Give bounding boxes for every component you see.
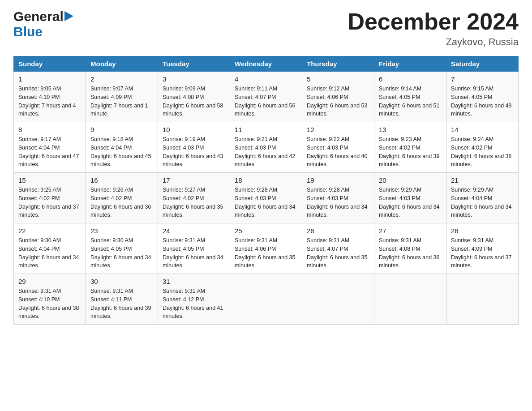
day-info: Sunrise: 9:12 AMSunset: 4:06 PMDaylight:… <box>307 86 368 117</box>
calendar-cell: 9 Sunrise: 9:18 AMSunset: 4:04 PMDayligh… <box>86 122 158 173</box>
day-number: 15 <box>18 176 81 184</box>
day-info: Sunrise: 9:31 AMSunset: 4:07 PMDaylight:… <box>307 237 368 269</box>
day-number: 29 <box>18 278 81 285</box>
day-info: Sunrise: 9:28 AMSunset: 4:03 PMDaylight:… <box>235 187 296 218</box>
calendar-cell: 13 Sunrise: 9:23 AMSunset: 4:02 PMDaylig… <box>374 122 446 173</box>
day-info: Sunrise: 9:31 AMSunset: 4:09 PMDaylight:… <box>451 237 512 269</box>
calendar-cell: 18 Sunrise: 9:28 AMSunset: 4:03 PMDaylig… <box>230 173 302 223</box>
calendar-week-row: 15 Sunrise: 9:25 AMSunset: 4:02 PMDaylig… <box>14 173 519 223</box>
calendar-week-row: 1 Sunrise: 9:05 AMSunset: 4:10 PMDayligh… <box>14 72 519 122</box>
day-number: 13 <box>379 126 442 133</box>
calendar-cell: 21 Sunrise: 9:29 AMSunset: 4:04 PMDaylig… <box>446 173 519 223</box>
day-number: 11 <box>235 126 297 133</box>
day-number: 18 <box>235 176 297 184</box>
calendar-week-row: 22 Sunrise: 9:30 AMSunset: 4:04 PMDaylig… <box>14 223 519 274</box>
day-number: 16 <box>90 176 153 184</box>
day-info: Sunrise: 9:23 AMSunset: 4:02 PMDaylight:… <box>379 136 440 167</box>
day-header-saturday: Saturday <box>446 56 519 72</box>
calendar-week-row: 29 Sunrise: 9:31 AMSunset: 4:10 PMDaylig… <box>14 274 519 325</box>
day-header-sunday: Sunday <box>14 56 86 72</box>
calendar-cell: 29 Sunrise: 9:31 AMSunset: 4:10 PMDaylig… <box>14 274 86 325</box>
calendar-cell: 2 Sunrise: 9:07 AMSunset: 4:09 PMDayligh… <box>86 72 158 122</box>
day-info: Sunrise: 9:26 AMSunset: 4:02 PMDaylight:… <box>90 187 151 218</box>
day-number: 3 <box>163 75 225 83</box>
calendar-cell: 1 Sunrise: 9:05 AMSunset: 4:10 PMDayligh… <box>14 72 86 122</box>
day-number: 17 <box>163 176 225 184</box>
day-header-monday: Monday <box>86 56 158 72</box>
day-header-thursday: Thursday <box>302 56 374 72</box>
day-number: 27 <box>379 227 442 235</box>
day-info: Sunrise: 9:19 AMSunset: 4:03 PMDaylight:… <box>163 136 223 167</box>
day-number: 21 <box>451 176 514 184</box>
day-info: Sunrise: 9:22 AMSunset: 4:03 PMDaylight:… <box>307 136 368 167</box>
day-number: 28 <box>451 227 514 235</box>
logo: General Blue <box>13 9 73 39</box>
day-info: Sunrise: 9:15 AMSunset: 4:05 PMDaylight:… <box>451 86 512 117</box>
day-number: 9 <box>90 126 153 133</box>
day-info: Sunrise: 9:11 AMSunset: 4:07 PMDaylight:… <box>235 86 296 117</box>
calendar-cell: 8 Sunrise: 9:17 AMSunset: 4:04 PMDayligh… <box>14 122 86 173</box>
calendar-cell: 20 Sunrise: 9:29 AMSunset: 4:03 PMDaylig… <box>374 173 446 223</box>
logo-blue-text: Blue <box>13 24 43 39</box>
calendar-cell: 28 Sunrise: 9:31 AMSunset: 4:09 PMDaylig… <box>446 223 519 274</box>
calendar-cell: 15 Sunrise: 9:25 AMSunset: 4:02 PMDaylig… <box>14 173 86 223</box>
calendar-cell: 31 Sunrise: 9:31 AMSunset: 4:12 PMDaylig… <box>158 274 230 325</box>
day-number: 6 <box>379 75 442 83</box>
svg-marker-0 <box>64 11 73 21</box>
calendar-cell: 23 Sunrise: 9:30 AMSunset: 4:05 PMDaylig… <box>86 223 158 274</box>
calendar-cell: 10 Sunrise: 9:19 AMSunset: 4:03 PMDaylig… <box>158 122 230 173</box>
day-number: 30 <box>90 278 153 285</box>
calendar-table: SundayMondayTuesdayWednesdayThursdayFrid… <box>13 56 519 325</box>
day-info: Sunrise: 9:24 AMSunset: 4:02 PMDaylight:… <box>451 136 512 167</box>
day-number: 12 <box>307 126 369 133</box>
day-number: 25 <box>235 227 297 235</box>
day-info: Sunrise: 9:31 AMSunset: 4:12 PMDaylight:… <box>163 288 223 319</box>
day-info: Sunrise: 9:31 AMSunset: 4:10 PMDaylight:… <box>18 288 79 319</box>
calendar-cell: 5 Sunrise: 9:12 AMSunset: 4:06 PMDayligh… <box>302 72 374 122</box>
calendar-cell: 12 Sunrise: 9:22 AMSunset: 4:03 PMDaylig… <box>302 122 374 173</box>
day-header-tuesday: Tuesday <box>158 56 230 72</box>
day-info: Sunrise: 9:05 AMSunset: 4:10 PMDaylight:… <box>18 86 76 117</box>
day-number: 2 <box>90 75 153 83</box>
calendar-cell: 30 Sunrise: 9:31 AMSunset: 4:11 PMDaylig… <box>86 274 158 325</box>
calendar-cell: 27 Sunrise: 9:31 AMSunset: 4:08 PMDaylig… <box>374 223 446 274</box>
day-info: Sunrise: 9:25 AMSunset: 4:02 PMDaylight:… <box>18 187 79 218</box>
calendar-cell: 26 Sunrise: 9:31 AMSunset: 4:07 PMDaylig… <box>302 223 374 274</box>
calendar-header-row: SundayMondayTuesdayWednesdayThursdayFrid… <box>14 56 519 72</box>
day-info: Sunrise: 9:17 AMSunset: 4:04 PMDaylight:… <box>18 136 79 167</box>
day-info: Sunrise: 9:28 AMSunset: 4:03 PMDaylight:… <box>307 187 368 218</box>
day-info: Sunrise: 9:14 AMSunset: 4:05 PMDaylight:… <box>379 86 440 117</box>
day-info: Sunrise: 9:31 AMSunset: 4:05 PMDaylight:… <box>163 237 223 269</box>
month-title: December 2024 <box>348 9 519 34</box>
day-number: 24 <box>163 227 225 235</box>
calendar-cell: 24 Sunrise: 9:31 AMSunset: 4:05 PMDaylig… <box>158 223 230 274</box>
calendar-cell: 17 Sunrise: 9:27 AMSunset: 4:02 PMDaylig… <box>158 173 230 223</box>
logo-arrow-icon <box>64 11 73 23</box>
calendar-cell: 25 Sunrise: 9:31 AMSunset: 4:06 PMDaylig… <box>230 223 302 274</box>
calendar-cell: 14 Sunrise: 9:24 AMSunset: 4:02 PMDaylig… <box>446 122 519 173</box>
calendar-cell <box>446 274 519 325</box>
calendar-cell: 3 Sunrise: 9:09 AMSunset: 4:08 PMDayligh… <box>158 72 230 122</box>
calendar-cell: 22 Sunrise: 9:30 AMSunset: 4:04 PMDaylig… <box>14 223 86 274</box>
day-info: Sunrise: 9:29 AMSunset: 4:04 PMDaylight:… <box>451 187 512 218</box>
day-number: 19 <box>307 176 369 184</box>
day-info: Sunrise: 9:31 AMSunset: 4:06 PMDaylight:… <box>235 237 296 269</box>
day-number: 23 <box>90 227 153 235</box>
day-number: 20 <box>379 176 442 184</box>
day-info: Sunrise: 9:31 AMSunset: 4:08 PMDaylight:… <box>379 237 440 269</box>
day-header-friday: Friday <box>374 56 446 72</box>
day-info: Sunrise: 9:07 AMSunset: 4:09 PMDaylight:… <box>90 86 148 117</box>
calendar-cell: 4 Sunrise: 9:11 AMSunset: 4:07 PMDayligh… <box>230 72 302 122</box>
calendar-cell <box>374 274 446 325</box>
calendar-cell: 16 Sunrise: 9:26 AMSunset: 4:02 PMDaylig… <box>86 173 158 223</box>
logo-general-text: General <box>13 9 64 24</box>
calendar-cell: 6 Sunrise: 9:14 AMSunset: 4:05 PMDayligh… <box>374 72 446 122</box>
day-number: 22 <box>18 227 81 235</box>
day-info: Sunrise: 9:29 AMSunset: 4:03 PMDaylight:… <box>379 187 440 218</box>
day-info: Sunrise: 9:09 AMSunset: 4:08 PMDaylight:… <box>163 86 223 117</box>
page-header: General Blue December 2024 Zaykovo, Russ… <box>13 9 519 48</box>
calendar-cell: 11 Sunrise: 9:21 AMSunset: 4:03 PMDaylig… <box>230 122 302 173</box>
calendar-cell <box>302 274 374 325</box>
day-number: 10 <box>163 126 225 133</box>
calendar-cell: 19 Sunrise: 9:28 AMSunset: 4:03 PMDaylig… <box>302 173 374 223</box>
